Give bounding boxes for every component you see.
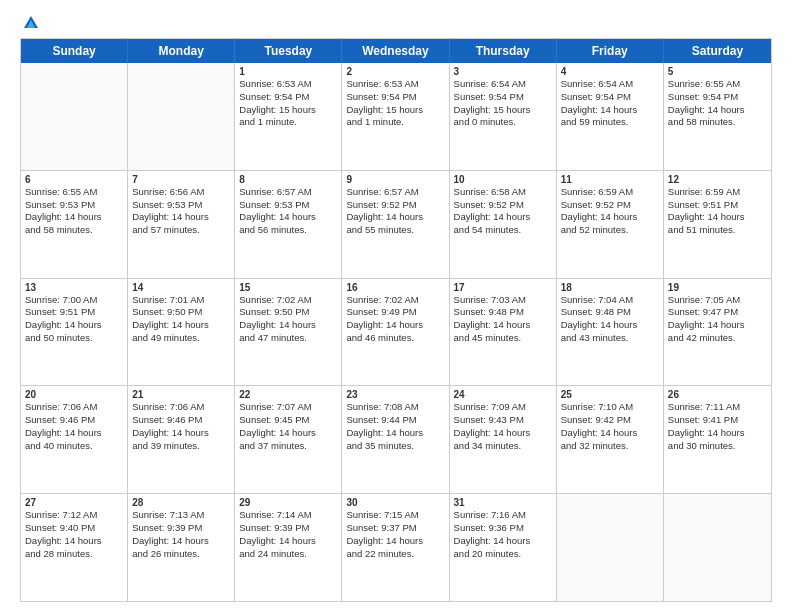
calendar: SundayMondayTuesdayWednesdayThursdayFrid…	[20, 38, 772, 602]
cell-info-line: Sunrise: 7:04 AM	[561, 294, 659, 307]
cell-info-line: Sunset: 9:50 PM	[239, 306, 337, 319]
day-cell-19: 19Sunrise: 7:05 AMSunset: 9:47 PMDayligh…	[664, 279, 771, 386]
day-cell-25: 25Sunrise: 7:10 AMSunset: 9:42 PMDayligh…	[557, 386, 664, 493]
cell-info-line: and 32 minutes.	[561, 440, 659, 453]
cell-info-line: and 49 minutes.	[132, 332, 230, 345]
day-number: 11	[561, 174, 659, 185]
day-number: 12	[668, 174, 767, 185]
cell-info-line: Sunrise: 7:06 AM	[25, 401, 123, 414]
empty-cell	[664, 494, 771, 601]
cell-info-line: Daylight: 14 hours	[668, 427, 767, 440]
cell-info-line: Daylight: 14 hours	[239, 319, 337, 332]
cell-info-line: Sunrise: 7:12 AM	[25, 509, 123, 522]
cell-info-line: Sunset: 9:51 PM	[25, 306, 123, 319]
cell-info-line: Sunrise: 6:56 AM	[132, 186, 230, 199]
cell-info-line: Daylight: 14 hours	[239, 211, 337, 224]
cell-info-line: Sunrise: 6:53 AM	[239, 78, 337, 91]
cell-info-line: Daylight: 14 hours	[346, 319, 444, 332]
calendar-body: 1Sunrise: 6:53 AMSunset: 9:54 PMDaylight…	[21, 63, 771, 601]
cell-info-line: Sunset: 9:44 PM	[346, 414, 444, 427]
cell-info-line: Sunset: 9:50 PM	[132, 306, 230, 319]
cell-info-line: Daylight: 15 hours	[454, 104, 552, 117]
header	[20, 16, 772, 30]
day-number: 25	[561, 389, 659, 400]
cell-info-line: Sunset: 9:54 PM	[454, 91, 552, 104]
cell-info-line: Sunrise: 7:02 AM	[239, 294, 337, 307]
day-number: 24	[454, 389, 552, 400]
cell-info-line: and 45 minutes.	[454, 332, 552, 345]
day-number: 7	[132, 174, 230, 185]
empty-cell	[21, 63, 128, 170]
day-cell-31: 31Sunrise: 7:16 AMSunset: 9:36 PMDayligh…	[450, 494, 557, 601]
cell-info-line: Sunrise: 6:57 AM	[346, 186, 444, 199]
cell-info-line: Sunrise: 6:57 AM	[239, 186, 337, 199]
cell-info-line: Daylight: 15 hours	[346, 104, 444, 117]
cell-info-line: Sunset: 9:43 PM	[454, 414, 552, 427]
cal-header-day: Wednesday	[342, 39, 449, 63]
cell-info-line: Sunset: 9:47 PM	[668, 306, 767, 319]
cell-info-line: Sunset: 9:52 PM	[454, 199, 552, 212]
page: SundayMondayTuesdayWednesdayThursdayFrid…	[0, 0, 792, 612]
day-cell-1: 1Sunrise: 6:53 AMSunset: 9:54 PMDaylight…	[235, 63, 342, 170]
cell-info-line: and 58 minutes.	[25, 224, 123, 237]
cell-info-line: Sunrise: 6:58 AM	[454, 186, 552, 199]
cell-info-line: Sunrise: 7:10 AM	[561, 401, 659, 414]
day-number: 28	[132, 497, 230, 508]
cell-info-line: Sunrise: 7:06 AM	[132, 401, 230, 414]
cell-info-line: and 51 minutes.	[668, 224, 767, 237]
calendar-row-2: 6Sunrise: 6:55 AMSunset: 9:53 PMDaylight…	[21, 171, 771, 279]
cell-info-line: Daylight: 14 hours	[561, 211, 659, 224]
cell-info-line: Sunset: 9:36 PM	[454, 522, 552, 535]
cell-info-line: Sunset: 9:48 PM	[454, 306, 552, 319]
day-number: 22	[239, 389, 337, 400]
cell-info-line: Daylight: 14 hours	[132, 211, 230, 224]
day-number: 8	[239, 174, 337, 185]
day-cell-2: 2Sunrise: 6:53 AMSunset: 9:54 PMDaylight…	[342, 63, 449, 170]
cell-info-line: Sunset: 9:54 PM	[668, 91, 767, 104]
cell-info-line: Daylight: 14 hours	[346, 535, 444, 548]
cal-header-day: Tuesday	[235, 39, 342, 63]
day-cell-11: 11Sunrise: 6:59 AMSunset: 9:52 PMDayligh…	[557, 171, 664, 278]
day-cell-4: 4Sunrise: 6:54 AMSunset: 9:54 PMDaylight…	[557, 63, 664, 170]
cell-info-line: and 46 minutes.	[346, 332, 444, 345]
cell-info-line: Daylight: 14 hours	[561, 104, 659, 117]
day-cell-20: 20Sunrise: 7:06 AMSunset: 9:46 PMDayligh…	[21, 386, 128, 493]
cell-info-line: Daylight: 14 hours	[668, 319, 767, 332]
day-number: 6	[25, 174, 123, 185]
day-cell-13: 13Sunrise: 7:00 AMSunset: 9:51 PMDayligh…	[21, 279, 128, 386]
cell-info-line: Sunset: 9:51 PM	[668, 199, 767, 212]
cal-header-day: Monday	[128, 39, 235, 63]
day-cell-23: 23Sunrise: 7:08 AMSunset: 9:44 PMDayligh…	[342, 386, 449, 493]
day-cell-12: 12Sunrise: 6:59 AMSunset: 9:51 PMDayligh…	[664, 171, 771, 278]
calendar-row-3: 13Sunrise: 7:00 AMSunset: 9:51 PMDayligh…	[21, 279, 771, 387]
empty-cell	[557, 494, 664, 601]
day-cell-26: 26Sunrise: 7:11 AMSunset: 9:41 PMDayligh…	[664, 386, 771, 493]
day-number: 23	[346, 389, 444, 400]
day-cell-7: 7Sunrise: 6:56 AMSunset: 9:53 PMDaylight…	[128, 171, 235, 278]
calendar-row-1: 1Sunrise: 6:53 AMSunset: 9:54 PMDaylight…	[21, 63, 771, 171]
cell-info-line: and 34 minutes.	[454, 440, 552, 453]
day-number: 16	[346, 282, 444, 293]
cell-info-line: Sunrise: 7:11 AM	[668, 401, 767, 414]
cal-header-day: Friday	[557, 39, 664, 63]
cell-info-line: and 20 minutes.	[454, 548, 552, 561]
day-cell-21: 21Sunrise: 7:06 AMSunset: 9:46 PMDayligh…	[128, 386, 235, 493]
cell-info-line: Sunset: 9:39 PM	[239, 522, 337, 535]
cell-info-line: Sunrise: 6:54 AM	[561, 78, 659, 91]
day-number: 9	[346, 174, 444, 185]
cell-info-line: Daylight: 14 hours	[668, 104, 767, 117]
cell-info-line: Daylight: 14 hours	[25, 427, 123, 440]
cell-info-line: and 57 minutes.	[132, 224, 230, 237]
cell-info-line: Sunset: 9:49 PM	[346, 306, 444, 319]
day-cell-18: 18Sunrise: 7:04 AMSunset: 9:48 PMDayligh…	[557, 279, 664, 386]
cell-info-line: and 59 minutes.	[561, 116, 659, 129]
cell-info-line: and 50 minutes.	[25, 332, 123, 345]
cell-info-line: and 47 minutes.	[239, 332, 337, 345]
cell-info-line: and 52 minutes.	[561, 224, 659, 237]
cell-info-line: Daylight: 14 hours	[454, 319, 552, 332]
day-number: 5	[668, 66, 767, 77]
cell-info-line: Sunset: 9:54 PM	[561, 91, 659, 104]
day-cell-24: 24Sunrise: 7:09 AMSunset: 9:43 PMDayligh…	[450, 386, 557, 493]
day-number: 29	[239, 497, 337, 508]
day-number: 31	[454, 497, 552, 508]
